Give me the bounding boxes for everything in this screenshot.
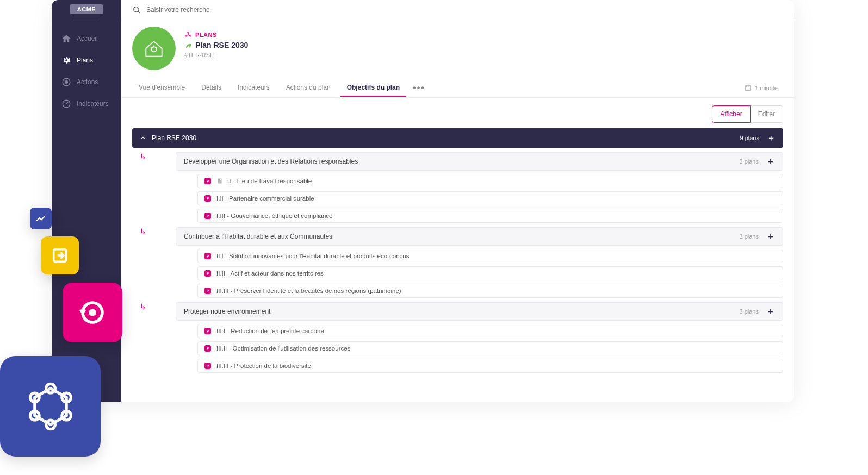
float-tile-chart	[30, 208, 52, 229]
svg-rect-10	[219, 179, 219, 180]
plan-badge-icon	[204, 270, 211, 277]
app-window: ACME Accueil Plans Actions Indicateurs	[52, 0, 794, 402]
sidebar-item-indicateurs[interactable]: Indicateurs	[52, 93, 121, 115]
group-title: Développer une Organisation et des Relat…	[184, 158, 358, 165]
svg-point-4	[151, 47, 156, 52]
brand-logo: ACME	[70, 4, 103, 14]
tree-content: Plan RSE 2030 9 plans ＋ ↳ Développer une…	[121, 128, 794, 384]
tree-item[interactable]: II.I - Solution innovantes pour l'Habita…	[197, 249, 783, 263]
item-label: III.III - Protection de la biodiversité	[216, 362, 311, 369]
arrow-icon: ↳	[140, 302, 146, 311]
nav: Accueil Plans Actions Indicateurs	[52, 26, 121, 115]
sidebar-item-accueil[interactable]: Accueil	[52, 28, 121, 49]
sidebar-item-label: Plans	[77, 57, 93, 64]
tree-item[interactable]: II.II - Actif et acteur dans nos territo…	[197, 266, 783, 280]
building-icon	[216, 178, 223, 184]
root-title: Plan RSE 2030	[152, 134, 196, 142]
page-header: PLANS Plan RSE 2030 #TER-RSE	[121, 20, 794, 70]
search-input[interactable]	[146, 6, 783, 14]
tree-item[interactable]: III.III - Protection de la biodiversité	[197, 359, 783, 373]
plan-badge-icon	[204, 253, 211, 259]
divider	[73, 20, 100, 20]
add-plan-button[interactable]: ＋	[767, 134, 776, 142]
root-count: 9 plans	[740, 135, 759, 141]
tree-item[interactable]: III.I - Réduction de l'empreinte carbone	[197, 324, 783, 338]
import-icon	[51, 246, 69, 265]
search-bar	[121, 0, 794, 20]
tab-actions[interactable]: Actions du plan	[280, 79, 337, 97]
item-label: II.II - Actif et acteur dans nos territo…	[216, 270, 324, 277]
sidebar-item-label: Accueil	[77, 35, 98, 42]
item-label: I.I - Lieu de travail responsable	[226, 178, 312, 184]
view-toolbar: Afficher Editer	[121, 98, 794, 128]
sidebar-item-label: Indicateurs	[77, 100, 109, 108]
trend-icon	[35, 213, 46, 224]
item-label: II.I - Solution innovantes pour l'Habita…	[216, 253, 409, 259]
svg-rect-8	[745, 85, 750, 90]
add-subplan-button[interactable]: ＋	[766, 232, 775, 241]
gauge-icon	[61, 99, 71, 109]
leaf-icon	[184, 41, 192, 49]
plan-badge-icon	[204, 212, 211, 219]
item-label: I.III - Gouvernance, éthique et complian…	[216, 212, 333, 219]
item-label: III.II - Optimisation de l'utilisation d…	[216, 345, 350, 352]
arrow-icon: ↳	[140, 152, 146, 161]
svg-rect-11	[220, 179, 221, 180]
target-icon	[61, 77, 71, 87]
arrow-icon: ↳	[140, 227, 146, 236]
sidebar-item-actions[interactable]: Actions	[52, 71, 121, 93]
svg-point-5	[188, 32, 189, 33]
tab-more[interactable]: •••	[410, 79, 429, 97]
item-label: III.I - Réduction de l'empreinte carbone	[216, 328, 324, 334]
add-subplan-button[interactable]: ＋	[766, 157, 775, 166]
group-title: Protéger notre environnement	[184, 308, 270, 315]
item-label: III.III - Préserver l'identité et la bea…	[216, 288, 401, 294]
tree-group[interactable]: Protéger notre environnement 3 plans ＋	[176, 302, 783, 321]
tab-indicators[interactable]: Indicateurs	[231, 79, 276, 97]
edit-button[interactable]: Editer	[751, 105, 783, 123]
svg-rect-9	[218, 179, 222, 184]
tabs: Vue d'ensemble Détails Indicateurs Actio…	[121, 70, 794, 98]
svg-point-6	[185, 35, 187, 36]
plan-tag: #TER-RSE	[184, 52, 248, 58]
tree-item[interactable]: I.II - Partenaire commercial durable	[197, 191, 783, 205]
tab-details[interactable]: Détails	[195, 79, 228, 97]
tree-item[interactable]: I.III - Gouvernance, éthique et complian…	[197, 209, 783, 223]
time-text: 1 minute	[755, 85, 778, 91]
molecule-icon	[184, 31, 192, 39]
plan-badge-icon	[204, 288, 211, 294]
tree-root[interactable]: Plan RSE 2030 9 plans ＋	[132, 128, 783, 148]
plan-avatar	[132, 27, 176, 70]
header-text: PLANS Plan RSE 2030 #TER-RSE	[184, 27, 248, 58]
sidebar-item-plans[interactable]: Plans	[52, 49, 121, 71]
svg-point-7	[190, 35, 191, 36]
svg-point-1	[65, 81, 68, 84]
tree-group[interactable]: Contribuer à l'Habitat durable et aux Co…	[176, 227, 783, 246]
breadcrumb[interactable]: PLANS	[184, 31, 248, 39]
home-icon	[61, 34, 71, 43]
house-bulb-icon	[142, 36, 166, 60]
gear-icon	[61, 55, 71, 65]
tree-group[interactable]: Développer une Organisation et des Relat…	[176, 152, 783, 171]
chevron-up-icon	[140, 135, 146, 141]
float-tile-network	[0, 356, 101, 457]
sidebar-item-label: Actions	[77, 78, 98, 86]
float-tile-refresh	[63, 283, 122, 342]
tree-item[interactable]: III.II - Optimisation de l'utilisation d…	[197, 341, 783, 355]
plan-title-row: Plan RSE 2030	[184, 41, 248, 49]
svg-point-3	[134, 7, 139, 12]
tab-overview[interactable]: Vue d'ensemble	[132, 79, 191, 97]
tree-item[interactable]: III.III - Préserver l'identité et la bea…	[197, 284, 783, 298]
last-saved: 1 minute	[744, 84, 783, 92]
main-content: PLANS Plan RSE 2030 #TER-RSE Vue d'ensem…	[121, 0, 794, 402]
save-icon	[744, 84, 752, 92]
tab-objectives[interactable]: Objectifs du plan	[340, 79, 406, 97]
float-tile-import	[41, 236, 79, 274]
add-subplan-button[interactable]: ＋	[766, 307, 775, 316]
display-button[interactable]: Afficher	[712, 105, 750, 123]
group-title: Contribuer à l'Habitat durable et aux Co…	[184, 233, 332, 240]
tree-item[interactable]: I.I - Lieu de travail responsable	[197, 174, 783, 188]
breadcrumb-label: PLANS	[195, 32, 217, 38]
item-label: I.II - Partenaire commercial durable	[216, 195, 314, 202]
network-icon	[23, 379, 78, 434]
